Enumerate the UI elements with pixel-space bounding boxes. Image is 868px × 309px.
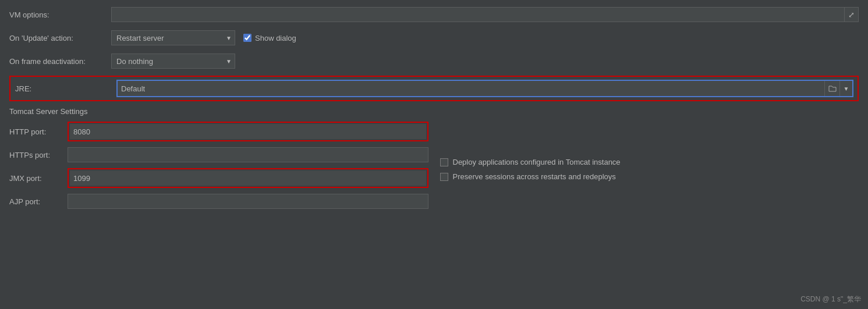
folder-icon: [828, 85, 837, 92]
https-port-row: HTTPs port:: [9, 147, 428, 162]
jmx-port-input-wrapper: [68, 168, 428, 188]
jre-dropdown-button[interactable]: ▼: [839, 81, 852, 96]
tomcat-layout: HTTP port: HTTPs port: JMX port:: [9, 122, 859, 215]
vm-options-row: VM options: ⤢: [9, 6, 859, 23]
https-port-input[interactable]: [68, 147, 428, 162]
show-dialog-checkbox-wrapper[interactable]: Show dialog: [243, 34, 296, 42]
show-dialog-label: Show dialog: [255, 34, 296, 42]
http-port-label: HTTP port:: [9, 127, 68, 136]
vm-options-input[interactable]: [111, 7, 845, 22]
preserve-checkbox-label: Preserve sessions across restarts and re…: [453, 172, 616, 181]
on-update-dropdown-wrapper: Restart server Update classes and resour…: [111, 30, 235, 45]
deploy-checkbox-row[interactable]: Deploy applications configured in Tomcat…: [440, 158, 859, 166]
ajp-port-row: AJP port:: [9, 194, 428, 209]
jre-dropdown-arrow: ▼: [844, 86, 849, 92]
on-update-row: On 'Update' action: Restart server Updat…: [9, 29, 859, 47]
watermark: CSDN @ 1 s"_繁华: [800, 294, 861, 304]
jre-input-wrapper: ▼: [117, 80, 853, 97]
ajp-port-input-wrapper: [68, 194, 428, 209]
deploy-checkbox[interactable]: [440, 158, 448, 166]
https-port-input-wrapper: [68, 147, 428, 162]
jre-input[interactable]: [118, 81, 824, 96]
jmx-port-row: JMX port:: [9, 168, 428, 188]
jre-browse-button[interactable]: [824, 81, 839, 96]
vm-options-expand-button[interactable]: ⤢: [845, 7, 859, 22]
https-port-label: HTTPs port:: [9, 151, 68, 159]
jmx-port-input[interactable]: [70, 171, 426, 186]
deploy-checkbox-label: Deploy applications configured in Tomcat…: [453, 158, 621, 166]
tomcat-ports-section: HTTP port: HTTPs port: JMX port:: [9, 122, 428, 215]
preserve-checkbox-row[interactable]: Preserve sessions across restarts and re…: [440, 172, 859, 181]
jre-row: JRE: ▼: [15, 80, 853, 97]
on-update-label: On 'Update' action:: [9, 34, 111, 42]
on-frame-deactivation-dropdown-wrapper: Do nothing Update classes and resources …: [111, 54, 235, 69]
http-port-input[interactable]: [70, 124, 426, 139]
jmx-port-label: JMX port:: [9, 174, 68, 183]
jre-label: JRE:: [15, 84, 117, 93]
tomcat-checkboxes-section: Deploy applications configured in Tomcat…: [440, 122, 859, 215]
expand-icon: ⤢: [848, 10, 855, 19]
http-port-row: HTTP port:: [9, 122, 428, 141]
ajp-port-label: AJP port:: [9, 197, 68, 206]
on-frame-deactivation-dropdown[interactable]: Do nothing Update classes and resources …: [111, 54, 235, 69]
on-update-dropdown[interactable]: Restart server Update classes and resour…: [111, 30, 235, 45]
tomcat-section-title: Tomcat Server Settings: [9, 107, 859, 116]
http-port-input-wrapper: [68, 122, 428, 141]
show-dialog-checkbox[interactable]: [243, 34, 251, 42]
jre-row-wrapper: JRE: ▼: [9, 76, 859, 101]
on-frame-deactivation-row: On frame deactivation: Do nothing Update…: [9, 52, 859, 70]
preserve-checkbox[interactable]: [440, 173, 448, 181]
vm-options-label: VM options:: [9, 10, 111, 19]
ajp-port-input[interactable]: [68, 194, 428, 209]
on-frame-deactivation-label: On frame deactivation:: [9, 57, 111, 66]
